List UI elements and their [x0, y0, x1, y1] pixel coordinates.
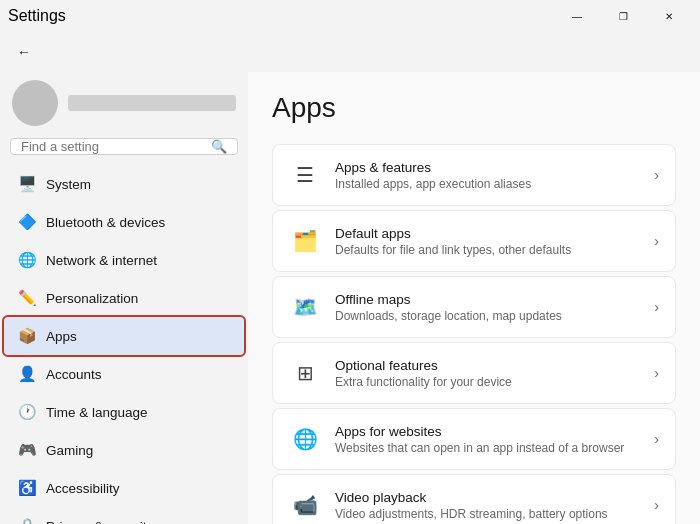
- sidebar-label-apps: Apps: [46, 329, 77, 344]
- time-icon: 🕐: [18, 403, 36, 421]
- accessibility-icon: ♿: [18, 479, 36, 497]
- maximize-button[interactable]: ❐: [600, 0, 646, 32]
- sidebar-label-bluetooth: Bluetooth & devices: [46, 215, 165, 230]
- back-button[interactable]: ←: [8, 36, 40, 68]
- card-optional-features[interactable]: ⊞ Optional features Extra functionality …: [272, 342, 676, 404]
- chevron-icon: ›: [654, 299, 659, 315]
- personalization-icon: ✏️: [18, 289, 36, 307]
- apps-features-text: Apps & features Installed apps, app exec…: [335, 160, 640, 191]
- card-apps-features[interactable]: ☰ Apps & features Installed apps, app ex…: [272, 144, 676, 206]
- bluetooth-icon: 🔷: [18, 213, 36, 231]
- sidebar-item-system[interactable]: 🖥️ System: [4, 165, 244, 203]
- avatar: [12, 80, 58, 126]
- sidebar-item-accounts[interactable]: 👤 Accounts: [4, 355, 244, 393]
- titlebar-left: Settings: [8, 7, 66, 25]
- content-area: Apps ☰ Apps & features Installed apps, a…: [248, 72, 700, 524]
- default-apps-icon: 🗂️: [289, 225, 321, 257]
- sidebar-item-accessibility[interactable]: ♿ Accessibility: [4, 469, 244, 507]
- apps-websites-title: Apps for websites: [335, 424, 640, 439]
- apps-features-icon: ☰: [289, 159, 321, 191]
- sidebar-item-personalization[interactable]: ✏️ Personalization: [4, 279, 244, 317]
- sidebar-label-gaming: Gaming: [46, 443, 93, 458]
- video-playback-icon: 📹: [289, 489, 321, 521]
- nav-bar: ←: [0, 32, 700, 72]
- offline-maps-icon: 🗺️: [289, 291, 321, 323]
- search-icon: 🔍: [211, 139, 227, 154]
- user-name-bar: [68, 95, 236, 111]
- sidebar-item-apps[interactable]: 📦 Apps: [4, 317, 244, 355]
- main-layout: 🔍 🖥️ System 🔷 Bluetooth & devices 🌐 Netw…: [0, 72, 700, 524]
- titlebar-controls: — ❐ ✕: [554, 0, 692, 32]
- default-apps-desc: Defaults for file and link types, other …: [335, 243, 640, 257]
- search-box[interactable]: 🔍: [10, 138, 238, 155]
- video-playback-desc: Video adjustments, HDR streaming, batter…: [335, 507, 640, 521]
- user-profile: [0, 72, 248, 138]
- optional-features-text: Optional features Extra functionality fo…: [335, 358, 640, 389]
- page-title: Apps: [272, 92, 676, 124]
- sidebar-label-network: Network & internet: [46, 253, 157, 268]
- apps-icon: 📦: [18, 327, 36, 345]
- sidebar-item-bluetooth[interactable]: 🔷 Bluetooth & devices: [4, 203, 244, 241]
- sidebar-item-network[interactable]: 🌐 Network & internet: [4, 241, 244, 279]
- card-video-playback[interactable]: 📹 Video playback Video adjustments, HDR …: [272, 474, 676, 524]
- close-button[interactable]: ✕: [646, 0, 692, 32]
- apps-websites-icon: 🌐: [289, 423, 321, 455]
- default-apps-title: Default apps: [335, 226, 640, 241]
- sidebar-label-time: Time & language: [46, 405, 148, 420]
- sidebar-label-accounts: Accounts: [46, 367, 102, 382]
- sidebar-label-privacy: Privacy & security: [46, 519, 153, 525]
- sidebar-item-privacy[interactable]: 🔒 Privacy & security: [4, 507, 244, 524]
- card-apps-websites[interactable]: 🌐 Apps for websites Websites that can op…: [272, 408, 676, 470]
- sidebar-label-accessibility: Accessibility: [46, 481, 120, 496]
- offline-maps-desc: Downloads, storage location, map updates: [335, 309, 640, 323]
- minimize-button[interactable]: —: [554, 0, 600, 32]
- titlebar-title: Settings: [8, 7, 66, 25]
- apps-features-title: Apps & features: [335, 160, 640, 175]
- settings-list: ☰ Apps & features Installed apps, app ex…: [272, 144, 676, 524]
- system-icon: 🖥️: [18, 175, 36, 193]
- sidebar-label-system: System: [46, 177, 91, 192]
- offline-maps-text: Offline maps Downloads, storage location…: [335, 292, 640, 323]
- chevron-icon: ›: [654, 431, 659, 447]
- sidebar-label-personalization: Personalization: [46, 291, 138, 306]
- optional-features-title: Optional features: [335, 358, 640, 373]
- apps-websites-desc: Websites that can open in an app instead…: [335, 441, 640, 455]
- chevron-icon: ›: [654, 365, 659, 381]
- chevron-icon: ›: [654, 233, 659, 249]
- optional-features-icon: ⊞: [289, 357, 321, 389]
- video-playback-title: Video playback: [335, 490, 640, 505]
- card-default-apps[interactable]: 🗂️ Default apps Defaults for file and li…: [272, 210, 676, 272]
- sidebar: 🔍 🖥️ System 🔷 Bluetooth & devices 🌐 Netw…: [0, 72, 248, 524]
- gaming-icon: 🎮: [18, 441, 36, 459]
- video-playback-text: Video playback Video adjustments, HDR st…: [335, 490, 640, 521]
- sidebar-item-gaming[interactable]: 🎮 Gaming: [4, 431, 244, 469]
- card-offline-maps[interactable]: 🗺️ Offline maps Downloads, storage locat…: [272, 276, 676, 338]
- chevron-icon: ›: [654, 167, 659, 183]
- privacy-icon: 🔒: [18, 517, 36, 524]
- accounts-icon: 👤: [18, 365, 36, 383]
- search-input[interactable]: [21, 139, 205, 154]
- titlebar: Settings — ❐ ✕: [0, 0, 700, 32]
- default-apps-text: Default apps Defaults for file and link …: [335, 226, 640, 257]
- apps-features-desc: Installed apps, app execution aliases: [335, 177, 640, 191]
- optional-features-desc: Extra functionality for your device: [335, 375, 640, 389]
- network-icon: 🌐: [18, 251, 36, 269]
- apps-websites-text: Apps for websites Websites that can open…: [335, 424, 640, 455]
- sidebar-item-time[interactable]: 🕐 Time & language: [4, 393, 244, 431]
- chevron-icon: ›: [654, 497, 659, 513]
- offline-maps-title: Offline maps: [335, 292, 640, 307]
